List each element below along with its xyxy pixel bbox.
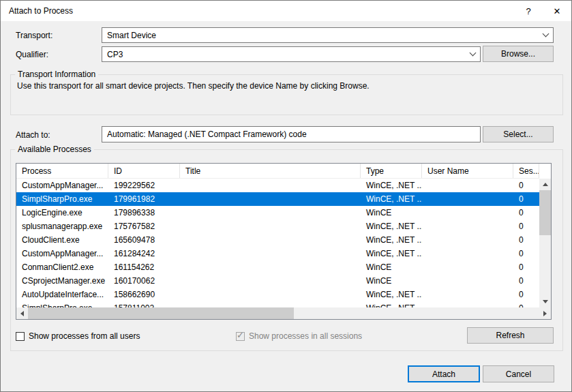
process-row[interactable]: ConmanClient2.exe161154262WinCE0 (16, 260, 539, 274)
process-cell: 165609478 (108, 235, 180, 245)
process-cell: ConmanClient2.exe (16, 262, 108, 272)
vertical-scrollbar[interactable] (539, 179, 551, 307)
process-cell: 161154262 (108, 262, 180, 272)
qualifier-label: Qualifier: (16, 50, 48, 59)
process-cell: 0 (513, 262, 539, 272)
qualifier-input[interactable] (102, 47, 465, 61)
refresh-button[interactable]: Refresh (467, 327, 554, 344)
select-button[interactable]: Select... (483, 126, 554, 142)
column-header-type[interactable]: Type (361, 164, 422, 178)
process-row[interactable]: SimplSharpPro.exe157811002WinCE, .NET ..… (16, 301, 539, 307)
process-cell: WinCE (361, 276, 422, 286)
scroll-down-button[interactable] (539, 296, 551, 307)
process-cell: WinCE, .NET ... (361, 235, 422, 245)
show-all-users-checkbox[interactable] (16, 332, 25, 341)
show-all-sessions-label: Show processes in all sessions (249, 331, 362, 341)
transport-value: Smart Device (102, 31, 156, 40)
process-cell: 158662690 (108, 290, 180, 299)
process-cell: 0 (513, 276, 539, 286)
process-cell: WinCE (361, 208, 422, 217)
titlebar-buttons: ? ✕ (514, 1, 571, 21)
process-cell: LogicEngine.exe (16, 208, 108, 217)
window-title: Attach to Process (9, 6, 73, 16)
process-cell: 179961982 (108, 194, 180, 204)
process-cell: CustomAppManager... (16, 249, 108, 258)
transport-label: Transport: (16, 31, 52, 40)
process-row[interactable]: CustomAppManager...199229562WinCE, .NET … (16, 179, 539, 192)
attach-to-input[interactable] (102, 126, 481, 142)
process-cell: CloudClient.exe (16, 235, 108, 245)
titlebar: Attach to Process ? ✕ (1, 1, 571, 21)
scroll-up-button[interactable] (539, 179, 551, 190)
process-cell: WinCE, .NET ... (361, 249, 422, 258)
process-cell: 161284242 (108, 249, 180, 258)
process-cell: 0 (513, 181, 539, 190)
show-all-users-label[interactable]: Show processes from all users (29, 331, 140, 341)
close-icon: ✕ (554, 6, 561, 16)
process-cell: WinCE, .NET ... (361, 290, 422, 299)
process-row[interactable]: CSprojectManager.exe160170062WinCE0 (16, 274, 539, 288)
help-icon: ? (526, 6, 530, 16)
process-cell: 175767582 (108, 222, 180, 231)
scroll-right-icon (543, 311, 547, 316)
column-header-title[interactable]: Title (180, 164, 361, 178)
close-button[interactable]: ✕ (543, 1, 571, 21)
process-list-header: ProcessIDTitleTypeUser NameSes... (16, 164, 539, 179)
qualifier-combobox[interactable] (102, 46, 481, 62)
chevron-down-icon (465, 47, 480, 61)
check-icon: ✓ (237, 330, 244, 340)
scroll-down-icon (543, 300, 548, 303)
show-all-sessions-checkbox: ✓ (236, 332, 245, 341)
horizontal-scrollbar[interactable] (16, 307, 551, 319)
browse-button[interactable]: Browse... (483, 46, 554, 62)
available-processes-title: Available Processes (15, 145, 94, 154)
column-header-process[interactable]: Process (16, 164, 108, 178)
process-list-body: CustomAppManager...199229562WinCE, .NET … (16, 179, 539, 307)
process-cell: 160170062 (108, 276, 180, 286)
process-cell: 199229562 (108, 181, 180, 190)
process-row[interactable]: AutoUpdateInterface...158662690WinCE, .N… (16, 288, 539, 301)
column-header-ses[interactable]: Ses... (513, 164, 539, 178)
process-cell: 0 (513, 222, 539, 231)
transport-information-group: Transport Information Use this transport… (10, 74, 563, 115)
attach-to-process-dialog: Attach to Process ? ✕ Transport: Smart D… (0, 0, 572, 392)
scroll-up-icon (543, 183, 548, 186)
attach-to-label: Attach to: (16, 130, 50, 140)
process-row[interactable]: CloudClient.exe165609478WinCE, .NET ...0 (16, 233, 539, 247)
process-row[interactable]: CustomAppManager...161284242WinCE, .NET … (16, 247, 539, 260)
process-cell: 0 (513, 235, 539, 245)
process-cell: 0 (513, 290, 539, 299)
transport-information-title: Transport Information (15, 70, 98, 79)
process-cell: 0 (513, 249, 539, 258)
process-row[interactable]: LogicEngine.exe179896338WinCE0 (16, 206, 539, 220)
help-button[interactable]: ? (514, 1, 543, 21)
vertical-scrollbar-thumb[interactable] (539, 190, 551, 235)
transport-information-description: Use this transport for all smart device … (17, 81, 370, 91)
chevron-down-icon (538, 28, 553, 42)
process-cell: WinCE, .NET ... (361, 194, 422, 204)
process-cell: AutoUpdateInterface... (16, 290, 108, 299)
column-header-id[interactable]: ID (108, 164, 180, 178)
column-header-username[interactable]: User Name (422, 164, 513, 178)
process-cell: WinCE, .NET ... (361, 181, 422, 190)
process-row[interactable]: SimplSharpPro.exe179961982WinCE, .NET ..… (16, 192, 539, 206)
scroll-right-button[interactable] (539, 307, 551, 319)
process-cell: WinCE, .NET ... (361, 222, 422, 231)
cancel-button[interactable]: Cancel (483, 365, 554, 382)
process-row[interactable]: splusmanagerapp.exe175767582WinCE, .NET … (16, 220, 539, 233)
scroll-left-icon (20, 311, 24, 316)
attach-button[interactable]: Attach (408, 365, 480, 382)
process-cell: splusmanagerapp.exe (16, 222, 108, 231)
process-cell: WinCE (361, 262, 422, 272)
process-cell: 179896338 (108, 208, 180, 217)
horizontal-scrollbar-thumb[interactable] (28, 307, 294, 319)
scroll-left-button[interactable] (16, 307, 28, 319)
process-cell: CustomAppManager... (16, 181, 108, 190)
process-cell: 0 (513, 194, 539, 204)
process-cell: CSprojectManager.exe (16, 276, 108, 286)
process-cell: 0 (513, 208, 539, 217)
process-cell: SimplSharpPro.exe (16, 194, 108, 204)
process-list: ProcessIDTitleTypeUser NameSes... Custom… (16, 163, 552, 320)
transport-dropdown[interactable]: Smart Device (102, 27, 554, 43)
